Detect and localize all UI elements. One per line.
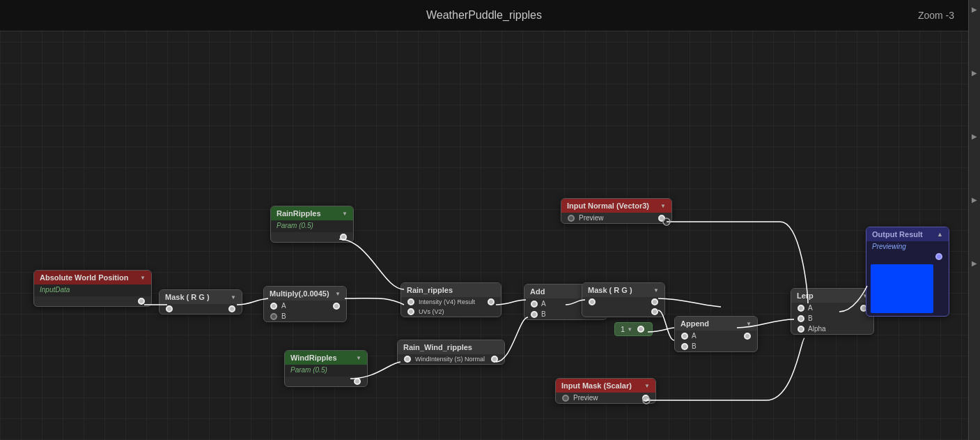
node-title: Add — [530, 287, 545, 296]
output-pin — [333, 303, 340, 310]
node-subtitle: Param (0.5) — [285, 365, 367, 377]
node-title: WindRipples — [290, 354, 337, 362]
node-wind-ripples-param[interactable]: WindRipples ▼ Param (0.5) — [284, 350, 368, 387]
input-pin-b — [270, 313, 277, 320]
node-title: Rain_Wind_ripples — [403, 343, 472, 351]
input-pin-b — [798, 315, 804, 322]
input-pin-b — [681, 343, 688, 350]
node-rain-wind-ripples[interactable]: Rain_Wind_ripples WindIntensity (S) Norm… — [397, 340, 505, 365]
node-rain-ripples-param[interactable]: RainRipples ▼ Param (0.5) — [270, 206, 354, 243]
sidebar-arrow-2[interactable]: ▶ — [972, 69, 977, 77]
node-title: Input Normal (Vector3) — [567, 202, 649, 210]
node-rain-ripples[interactable]: Rain_ripples Intensity (V4) Result UVs (… — [400, 282, 501, 317]
sidebar-arrow-5[interactable]: ▶ — [972, 259, 977, 267]
zoom-level: Zoom -3 — [918, 10, 954, 21]
dropdown-icon[interactable]: ▼ — [231, 294, 236, 301]
input-pin — [589, 298, 596, 305]
node-subtitle: Param (0.5) — [271, 220, 353, 232]
dropdown-icon[interactable]: ▼ — [653, 287, 659, 294]
output-circle — [935, 253, 942, 260]
sidebar-arrow-4[interactable]: ▶ — [972, 196, 977, 204]
preview-thumbnail — [871, 264, 933, 313]
sidebar-arrow-1[interactable]: ▶ — [972, 6, 977, 13]
output-pin — [637, 326, 644, 333]
node-mask-rg-1[interactable]: Mask ( R G ) ▼ — [159, 289, 242, 314]
node-title: RainRipples — [277, 209, 321, 218]
input-pin-b — [531, 311, 538, 318]
output-pin — [340, 234, 347, 241]
dropdown-icon[interactable]: ▼ — [335, 291, 341, 297]
output-pin-2 — [651, 308, 658, 315]
preview-pin-left — [562, 395, 569, 402]
node-absolute-world-position[interactable]: Absolute World Position ▼ InputData — [33, 270, 152, 307]
output-pin — [228, 305, 235, 312]
node-title: Output Result — [872, 230, 923, 238]
canvas-title: WeatherPuddle_ripples — [426, 9, 542, 22]
input-pin-a — [270, 303, 277, 310]
dropdown-icon[interactable]: ▼ — [627, 326, 632, 333]
connectors-svg — [0, 0, 968, 440]
input-pin-a — [681, 333, 688, 340]
output-pin — [354, 378, 361, 385]
number-value: 1 — [621, 325, 625, 333]
node-output-result[interactable]: Output Result ▲ Previewing — [866, 227, 949, 317]
node-number-1[interactable]: 1 ▼ — [614, 322, 653, 336]
node-title: Rain_ripples — [407, 286, 453, 294]
input-pin-a — [798, 305, 804, 312]
intensity-pin — [407, 298, 414, 305]
node-title: Input Mask (Scalar) — [561, 381, 632, 390]
input-pin-a — [531, 301, 538, 308]
node-title: Multiply(,0.0045) — [270, 289, 329, 298]
node-mask-rg-2[interactable]: Mask ( R G ) ▼ — [582, 282, 665, 317]
node-title: Mask ( R G ) — [588, 286, 632, 294]
sidebar-arrow-3[interactable]: ▶ — [972, 132, 977, 140]
dropdown-icon[interactable]: ▼ — [746, 321, 752, 327]
dropdown-icon[interactable]: ▼ — [342, 211, 348, 217]
dropdown-icon[interactable]: ▼ — [660, 203, 666, 209]
node-title: Mask ( R G ) — [165, 293, 210, 301]
node-input-normal[interactable]: Input Normal (Vector3) ▼ Preview — [561, 198, 672, 224]
node-subtitle: InputData — [34, 285, 151, 296]
preview-pin-left — [568, 215, 575, 222]
node-input-mask[interactable]: Input Mask (Scalar) ▼ Preview — [555, 378, 656, 404]
arrow-icon[interactable]: ▲ — [937, 231, 943, 238]
output-pin — [651, 298, 658, 305]
input-pin-alpha — [798, 326, 804, 333]
node-title: Lerp — [797, 291, 814, 300]
node-lerp[interactable]: Lerp ▼ A B Alpha — [791, 288, 874, 335]
node-append[interactable]: Append ▼ A B — [674, 316, 758, 352]
wind-intensity-pin — [404, 356, 411, 363]
output-pin — [488, 298, 495, 305]
preview-pin-right — [642, 395, 649, 402]
node-subtitle: Previewing — [866, 241, 949, 252]
node-multiply[interactable]: Multiply(,0.0045) ▼ A B — [263, 286, 347, 322]
dropdown-icon[interactable]: ▼ — [356, 355, 361, 361]
node-title: Absolute World Position — [40, 273, 129, 282]
dropdown-icon[interactable]: ▼ — [140, 275, 146, 281]
node-title: Append — [680, 319, 709, 328]
output-pin — [744, 333, 751, 340]
preview-pin-right — [658, 215, 665, 222]
topbar: WeatherPuddle_ripples Zoom -3 — [0, 0, 968, 31]
input-pin — [166, 305, 173, 312]
output-pin — [491, 356, 498, 363]
output-pin — [138, 298, 145, 305]
sidebar: ▶ ▶ ▶ ▶ ▶ — [968, 0, 980, 440]
uvs-pin — [407, 308, 414, 315]
dropdown-icon[interactable]: ▼ — [644, 383, 650, 389]
